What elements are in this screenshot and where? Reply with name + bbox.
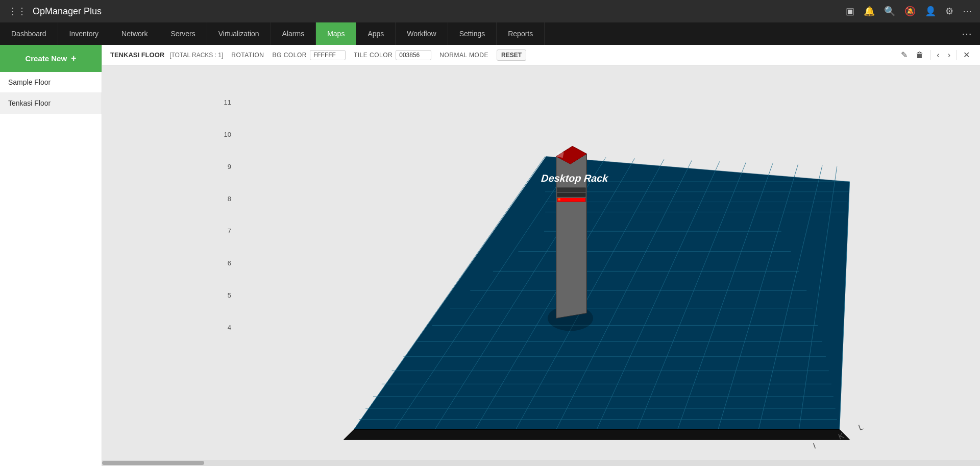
close-icon[interactable]: ✕ xyxy=(961,48,972,62)
navbar: Dashboard Inventory Network Servers Virt… xyxy=(0,22,980,45)
bg-color-section: BG COLOR xyxy=(273,50,346,60)
rack-label: Desktop Rack xyxy=(541,173,609,184)
app-title: OpManager Plus xyxy=(33,6,102,17)
nav-network[interactable]: Network xyxy=(110,22,159,45)
svg-text:L: L xyxy=(857,422,865,432)
nav-reports[interactable]: Reports xyxy=(497,22,545,45)
gear-icon[interactable]: ⚙ xyxy=(945,6,953,17)
total-racks: [TOTAL RACKS : 1] xyxy=(169,52,223,59)
nav-servers[interactable]: Servers xyxy=(159,22,207,45)
bg-color-label: BG COLOR xyxy=(273,52,307,59)
sidebar-item-tenkasi-floor[interactable]: Tenkasi Floor xyxy=(0,93,102,114)
scrollbar[interactable] xyxy=(102,460,980,466)
nav-workflow[interactable]: Workflow xyxy=(396,22,448,45)
reset-button[interactable]: RESET xyxy=(497,50,526,61)
floor-name-section: TENKASI FLOOR [TOTAL RACKS : 1] xyxy=(110,51,223,59)
floor-svg: Desktop Rack I K L xyxy=(102,65,980,460)
tile-color-label: TILE COLOR xyxy=(354,52,393,59)
rotation-section: ROTATION xyxy=(231,52,264,59)
svg-marker-42 xyxy=(344,430,850,440)
more-icon[interactable]: ⋯ xyxy=(963,6,972,17)
tile-color-section: TILE COLOR xyxy=(354,50,431,60)
nav-alarms[interactable]: Alarms xyxy=(271,22,316,45)
user-icon[interactable]: 👤 xyxy=(925,6,936,17)
grid-icon[interactable]: ⋮⋮ xyxy=(8,6,27,17)
toolbar-separator-2 xyxy=(957,50,957,60)
svg-marker-0 xyxy=(354,156,849,429)
prev-icon[interactable]: ‹ xyxy=(935,48,941,62)
nav-maps[interactable]: Maps xyxy=(316,22,356,45)
floor-toolbar: TENKASI FLOOR [TOTAL RACKS : 1] ROTATION… xyxy=(102,45,980,65)
nav-settings[interactable]: Settings xyxy=(448,22,497,45)
floor-3d-view[interactable]: Desktop Rack I K L 11 10 9 8 7 6 5 4 xyxy=(102,65,980,460)
next-icon[interactable]: › xyxy=(946,48,952,62)
bg-color-input[interactable] xyxy=(310,50,346,60)
svg-rect-38 xyxy=(558,199,560,201)
plus-icon: + xyxy=(71,53,77,64)
topbar-right: ▣ 🔔 🔍 🔕 👤 ⚙ ⋯ xyxy=(846,6,972,17)
toolbar-right: ✎ 🗑 ‹ › ✕ xyxy=(899,48,972,62)
nav-apps[interactable]: Apps xyxy=(356,22,396,45)
nav-virtualization[interactable]: Virtualization xyxy=(207,22,271,45)
sidebar-item-sample-floor[interactable]: Sample Floor xyxy=(0,72,102,93)
nav-inventory[interactable]: Inventory xyxy=(58,22,111,45)
topbar-left: ⋮⋮ OpManager Plus xyxy=(8,6,102,17)
normal-mode-section: NORMAL MODE xyxy=(439,52,488,59)
svg-rect-37 xyxy=(557,198,585,202)
edit-icon[interactable]: ✎ xyxy=(899,48,910,62)
content-area: TENKASI FLOOR [TOTAL RACKS : 1] ROTATION… xyxy=(102,45,980,466)
rotation-label: ROTATION xyxy=(231,52,264,59)
main-layout: Create New + Sample Floor Tenkasi Floor … xyxy=(0,45,980,466)
delete-icon[interactable]: 🗑 xyxy=(914,48,926,62)
search-icon[interactable]: 🔍 xyxy=(884,6,895,17)
nav-dashboard[interactable]: Dashboard xyxy=(0,22,58,45)
monitor-icon[interactable]: ▣ xyxy=(846,6,854,17)
normal-mode-label: NORMAL MODE xyxy=(439,52,488,59)
navbar-more-icon[interactable]: ⋯ xyxy=(953,22,980,45)
bell-icon[interactable]: 🔕 xyxy=(904,6,916,17)
floor-name: TENKASI FLOOR xyxy=(110,51,164,59)
notification-outline-icon[interactable]: 🔔 xyxy=(864,6,875,17)
toolbar-separator xyxy=(930,50,930,60)
svg-rect-36 xyxy=(557,193,585,197)
svg-rect-35 xyxy=(557,188,585,192)
svg-text:I: I xyxy=(812,442,817,450)
topbar: ⋮⋮ OpManager Plus ▣ 🔔 🔍 🔕 👤 ⚙ ⋯ xyxy=(0,0,980,22)
create-new-button[interactable]: Create New + xyxy=(0,45,102,72)
create-new-label: Create New xyxy=(25,54,67,63)
sidebar: Create New + Sample Floor Tenkasi Floor xyxy=(0,45,102,466)
tile-color-input[interactable] xyxy=(396,50,431,60)
scrollbar-thumb[interactable] xyxy=(102,461,204,465)
